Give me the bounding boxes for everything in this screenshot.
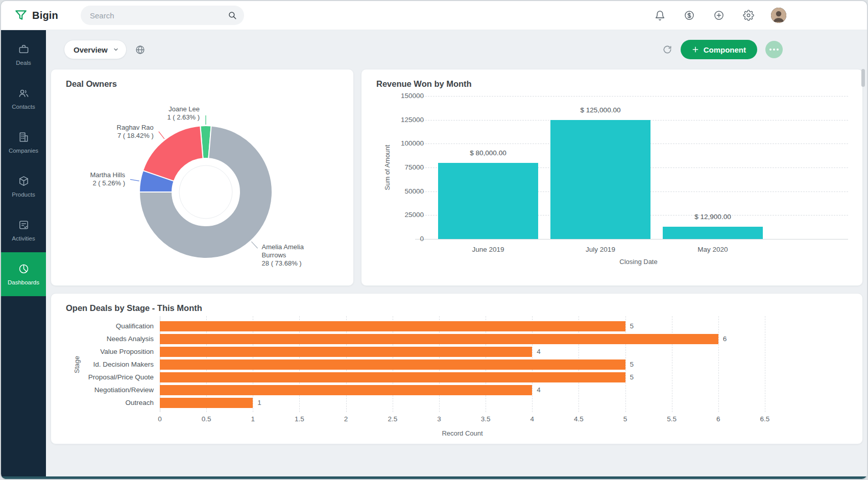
sidebar-item-label: Activities <box>12 235 35 242</box>
bar-Qualification[interactable] <box>160 321 625 331</box>
stage-bar-chart: 00.511.522.533.544.555.566.5Qualificatio… <box>51 294 862 444</box>
category-label: Proposal/Price Quote <box>51 373 154 381</box>
add-component-button[interactable]: Component <box>681 40 757 59</box>
x-axis-tick: 6.5 <box>752 415 778 423</box>
sidebar-item-products[interactable]: Products <box>1 164 46 208</box>
gridline <box>718 316 719 412</box>
card-title: Deal Owners <box>66 79 117 89</box>
bar-Outreach[interactable] <box>160 398 253 408</box>
y-axis-tick: 150000 <box>361 92 424 100</box>
x-axis-tick: 0.5 <box>194 415 219 423</box>
search-input[interactable] <box>90 11 228 20</box>
billing-button[interactable] <box>682 8 696 22</box>
sidebar-item-dashboards[interactable]: Dashboards <box>1 252 46 296</box>
bigin-logo-icon <box>14 9 28 22</box>
y-axis-tick: 0 <box>361 235 424 243</box>
x-axis-label: June 2019 <box>427 246 549 254</box>
plus-circle-icon <box>713 10 725 21</box>
bar-value-label: $ 12,900.00 <box>652 213 774 221</box>
x-axis-label: July 2019 <box>539 246 662 254</box>
revenue-bar-chart: 0250005000075000100000125000150000$ 80,0… <box>361 69 862 285</box>
search-box[interactable] <box>81 6 244 25</box>
category-label: Negotiation/Review <box>51 386 154 394</box>
gear-icon <box>743 10 754 21</box>
y-axis-title: Sum of Amount <box>383 145 391 190</box>
sidebar-item-contacts[interactable]: Contacts <box>1 77 46 121</box>
card-title: Revenue Won by Month <box>376 79 472 89</box>
bar-value-label: $ 80,000.00 <box>427 149 549 157</box>
view-name: Overview <box>74 45 108 54</box>
dashboards-icon <box>18 263 30 275</box>
category-label: Outreach <box>51 399 154 407</box>
deal-owners-donut-chart: Joane Lee1 ( 2.63% )Amelia Amelia Burrow… <box>51 69 353 285</box>
donut-label: Martha Hills2 ( 5.26% ) <box>90 171 125 187</box>
globe-icon <box>135 44 146 55</box>
sidebar-item-label: Products <box>12 191 35 198</box>
bar-Value Proposition[interactable] <box>160 347 532 357</box>
brand: Bigin <box>14 9 58 22</box>
bar-Proposal/Price Quote[interactable] <box>160 372 625 382</box>
toolbar-right: Component <box>662 40 783 59</box>
sidebar-item-label: Dashboards <box>8 279 39 285</box>
gridline <box>765 316 765 412</box>
x-axis-tick: 1 <box>240 415 266 423</box>
main-content: Overview Component Deal Owners <box>46 30 867 479</box>
window-bottom-edge <box>1 476 867 479</box>
donut-leader-line <box>130 179 139 181</box>
sidebar-item-activities[interactable]: Activities <box>1 208 46 252</box>
bar-value-label: 5 <box>630 322 634 330</box>
billing-dollar-icon <box>684 10 695 21</box>
sidebar: Deals Contacts Companies Products Activi… <box>1 30 46 479</box>
topbar-actions <box>653 8 786 23</box>
y-axis-tick: 125000 <box>361 116 424 124</box>
gridline <box>672 316 672 412</box>
x-axis-tick: 5 <box>613 415 638 423</box>
donut-leader-line <box>251 242 257 248</box>
topbar: Bigin <box>1 1 867 30</box>
bar-value-label: 5 <box>630 373 634 381</box>
category-label: Qualification <box>51 322 154 330</box>
scrollbar-thumb[interactable] <box>861 69 865 87</box>
bar-value-label: 1 <box>257 399 261 407</box>
plus-icon <box>692 46 699 53</box>
quick-add-button[interactable] <box>712 8 726 22</box>
revenue-won-card: Revenue Won by Month 0250005000075000100… <box>361 69 863 286</box>
sidebar-item-label: Deals <box>16 60 31 66</box>
more-button[interactable] <box>765 41 783 58</box>
category-label: Value Proposition <box>51 348 154 356</box>
bar-value-label: 5 <box>630 361 634 369</box>
bar-value-label: 6 <box>723 335 727 343</box>
refresh-icon <box>662 44 672 55</box>
bar-May 2020[interactable] <box>663 227 763 239</box>
donut-leader-line <box>159 132 164 139</box>
category-label: Needs Analysis <box>51 335 154 343</box>
dashboard-toolbar: Overview Component <box>46 30 867 62</box>
dashboard-visibility-button[interactable] <box>135 44 146 55</box>
donut-label: Joane Lee1 ( 2.63% ) <box>167 105 200 122</box>
bar-value-label: 4 <box>537 386 541 394</box>
bar-July 2019[interactable] <box>550 120 650 239</box>
sidebar-item-companies[interactable]: Companies <box>1 121 46 164</box>
avatar[interactable] <box>771 8 786 23</box>
contacts-icon <box>18 87 30 99</box>
y-axis-tick: 25000 <box>361 211 424 219</box>
dashboard-view-selector[interactable]: Overview <box>64 40 127 59</box>
bar-Id. Decision Makers[interactable] <box>160 359 625 370</box>
chevron-down-icon <box>113 46 119 53</box>
notifications-button[interactable] <box>653 8 667 22</box>
search-icon[interactable] <box>228 11 237 20</box>
bar-June 2019[interactable] <box>438 163 538 239</box>
donut-label: Amelia Amelia Burrows28 ( 73.68% ) <box>262 243 321 268</box>
refresh-button[interactable] <box>662 44 672 55</box>
sidebar-item-deals[interactable]: Deals <box>1 33 46 77</box>
open-deals-stage-card: Open Deals by Stage - This Month 00.511.… <box>51 293 863 444</box>
bar-Needs Analysis[interactable] <box>160 334 718 344</box>
donut-inner-ring <box>179 165 232 219</box>
y-axis-tick: 50000 <box>361 187 424 196</box>
settings-button[interactable] <box>741 8 756 22</box>
more-icon <box>769 49 779 51</box>
sidebar-item-label: Companies <box>9 148 38 154</box>
x-axis-tick: 6 <box>706 415 731 423</box>
x-axis-tick: 2 <box>333 415 359 423</box>
bar-Negotiation/Review[interactable] <box>160 385 532 395</box>
